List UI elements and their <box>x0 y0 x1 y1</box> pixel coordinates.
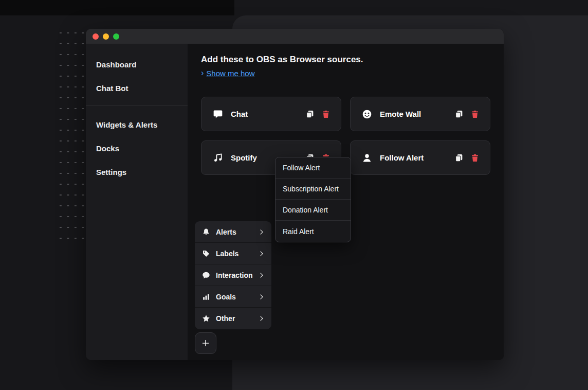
trash-icon[interactable] <box>321 110 330 119</box>
tag-icon <box>202 250 210 258</box>
decorative-dot-grid <box>59 31 86 241</box>
plus-icon <box>201 339 210 348</box>
category-label: Labels <box>216 250 258 258</box>
close-button[interactable] <box>93 33 99 40</box>
category-list: Alerts Labels Interaction <box>195 221 271 329</box>
sidebar-divider <box>86 105 188 105</box>
chevron-right-icon: › <box>201 68 204 78</box>
widget-card-follow-alert[interactable]: Follow Alert <box>350 140 490 175</box>
widget-label: Follow Alert <box>380 153 454 162</box>
menu-item-follow-alert[interactable]: Follow Alert <box>275 157 351 179</box>
widget-builder-section: Alerts Labels Interaction <box>195 221 271 354</box>
minimize-button[interactable] <box>103 33 109 40</box>
category-label: Goals <box>216 293 258 301</box>
speech-bubble-icon <box>202 271 210 279</box>
window-titlebar <box>86 29 504 44</box>
sidebar-item-widgets-alerts[interactable]: Widgets & Alerts <box>86 113 188 136</box>
smiley-icon <box>362 109 372 119</box>
copy-icon[interactable] <box>454 110 464 119</box>
show-me-how-label: Show me how <box>206 69 254 78</box>
copy-icon[interactable] <box>454 153 464 163</box>
sidebar-item-settings[interactable]: Settings <box>86 160 188 184</box>
main-content: Add these to OBS as Browser sources. › S… <box>188 44 504 360</box>
add-widget-button[interactable] <box>195 332 216 354</box>
card-actions <box>454 153 480 163</box>
show-me-how-link[interactable]: › Show me how <box>201 68 255 78</box>
category-label: Alerts <box>216 228 258 236</box>
alerts-dropdown-menu: Follow Alert Subscription Alert Donation… <box>275 157 351 242</box>
widget-card-chat[interactable]: Chat <box>201 97 341 131</box>
chat-bubble-icon <box>213 109 223 119</box>
chevron-right-icon <box>258 272 265 279</box>
chevron-right-icon <box>258 315 265 322</box>
category-item-alerts[interactable]: Alerts <box>195 221 271 243</box>
trash-icon[interactable] <box>470 110 480 119</box>
widget-card-emote-wall[interactable]: Emote Wall <box>350 97 490 131</box>
category-item-interaction[interactable]: Interaction <box>195 264 271 286</box>
app-window: Dashboard Chat Bot Widgets & Alerts Dock… <box>86 29 504 360</box>
sidebar: Dashboard Chat Bot Widgets & Alerts Dock… <box>86 44 188 360</box>
category-label: Other <box>216 314 258 323</box>
person-icon <box>362 153 372 163</box>
widgets-section: Add these to OBS as Browser sources. › S… <box>188 44 504 175</box>
zoom-button[interactable] <box>113 33 119 40</box>
trash-icon[interactable] <box>470 153 480 163</box>
category-item-other[interactable]: Other <box>195 308 271 329</box>
bar-chart-icon <box>202 293 210 301</box>
chevron-right-icon <box>258 250 265 257</box>
page-title: Add these to OBS as Browser sources. <box>201 55 490 65</box>
menu-item-raid-alert[interactable]: Raid Alert <box>275 221 351 242</box>
background-top-strip <box>0 0 234 15</box>
card-actions <box>305 110 330 119</box>
chevron-right-icon <box>258 293 265 300</box>
category-label: Interaction <box>216 271 258 279</box>
category-item-labels[interactable]: Labels <box>195 243 271 264</box>
copy-icon[interactable] <box>305 110 315 119</box>
star-icon <box>202 314 210 323</box>
bell-icon <box>202 228 210 236</box>
menu-item-donation-alert[interactable]: Donation Alert <box>275 200 351 221</box>
category-item-goals[interactable]: Goals <box>195 286 271 308</box>
card-actions <box>454 110 480 119</box>
sidebar-item-dashboard[interactable]: Dashboard <box>86 52 188 76</box>
chevron-right-icon <box>258 228 265 236</box>
widget-label: Emote Wall <box>380 110 454 118</box>
window-body: Dashboard Chat Bot Widgets & Alerts Dock… <box>86 44 504 360</box>
sidebar-item-chat-bot[interactable]: Chat Bot <box>86 76 188 100</box>
sidebar-item-docks[interactable]: Docks <box>86 136 188 160</box>
widget-label: Chat <box>231 110 305 118</box>
menu-item-subscription-alert[interactable]: Subscription Alert <box>275 179 351 200</box>
music-note-icon <box>213 153 223 163</box>
